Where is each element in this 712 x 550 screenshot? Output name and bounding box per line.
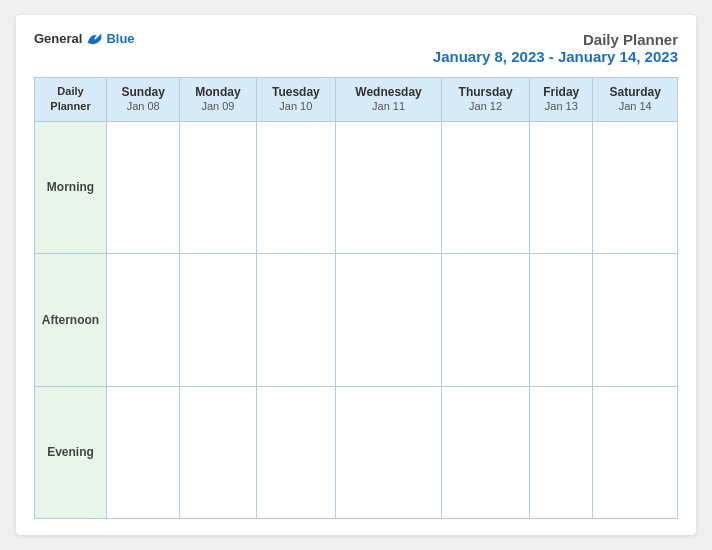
tuesday-header: Tuesday Jan 10: [256, 78, 336, 122]
morning-sunday[interactable]: [107, 121, 180, 253]
planner-title: Daily Planner: [433, 31, 678, 48]
evening-sunday[interactable]: [107, 386, 180, 518]
friday-date: Jan 13: [545, 100, 578, 112]
afternoon-thursday[interactable]: [441, 254, 529, 386]
afternoon-friday[interactable]: [530, 254, 593, 386]
thursday-header: Thursday Jan 12: [441, 78, 529, 122]
daily-label: Daily: [57, 85, 83, 97]
thursday-date: Jan 12: [469, 100, 502, 112]
friday-name: Friday: [534, 85, 588, 99]
monday-header: Monday Jan 09: [180, 78, 256, 122]
evening-thursday[interactable]: [441, 386, 529, 518]
planner-label: Planner: [50, 100, 90, 112]
afternoon-row: Afternoon: [35, 254, 678, 386]
daily-planner-header: Daily Planner: [35, 78, 107, 122]
afternoon-monday[interactable]: [180, 254, 256, 386]
calendar-table: Daily Planner Sunday Jan 08 Monday Jan 0…: [34, 77, 678, 519]
planner-date-range: January 8, 2023 - January 14, 2023: [433, 48, 678, 65]
evening-friday[interactable]: [530, 386, 593, 518]
tuesday-name: Tuesday: [261, 85, 332, 99]
bird-icon: [86, 32, 104, 46]
morning-friday[interactable]: [530, 121, 593, 253]
morning-saturday[interactable]: [593, 121, 678, 253]
evening-monday[interactable]: [180, 386, 256, 518]
evening-row: Evening: [35, 386, 678, 518]
thursday-name: Thursday: [446, 85, 525, 99]
header-row: Daily Planner Sunday Jan 08 Monday Jan 0…: [35, 78, 678, 122]
page: General Blue Daily Planner January 8, 20…: [16, 15, 696, 535]
logo-general: General: [34, 31, 82, 46]
logo-blue: Blue: [106, 31, 134, 46]
afternoon-saturday[interactable]: [593, 254, 678, 386]
morning-monday[interactable]: [180, 121, 256, 253]
afternoon-sunday[interactable]: [107, 254, 180, 386]
wednesday-header: Wednesday Jan 11: [336, 78, 442, 122]
morning-label: Morning: [35, 121, 107, 253]
morning-wednesday[interactable]: [336, 121, 442, 253]
morning-thursday[interactable]: [441, 121, 529, 253]
friday-header: Friday Jan 13: [530, 78, 593, 122]
evening-saturday[interactable]: [593, 386, 678, 518]
sunday-date: Jan 08: [127, 100, 160, 112]
logo-area: General Blue: [34, 31, 135, 46]
sunday-header: Sunday Jan 08: [107, 78, 180, 122]
tuesday-date: Jan 10: [279, 100, 312, 112]
logo-text: General Blue: [34, 31, 135, 46]
afternoon-wednesday[interactable]: [336, 254, 442, 386]
afternoon-label: Afternoon: [35, 254, 107, 386]
monday-name: Monday: [184, 85, 251, 99]
evening-label: Evening: [35, 386, 107, 518]
saturday-name: Saturday: [597, 85, 673, 99]
morning-row: Morning: [35, 121, 678, 253]
evening-wednesday[interactable]: [336, 386, 442, 518]
monday-date: Jan 09: [201, 100, 234, 112]
saturday-header: Saturday Jan 14: [593, 78, 678, 122]
evening-tuesday[interactable]: [256, 386, 336, 518]
wednesday-date: Jan 11: [372, 100, 405, 112]
saturday-date: Jan 14: [619, 100, 652, 112]
morning-tuesday[interactable]: [256, 121, 336, 253]
wednesday-name: Wednesday: [340, 85, 437, 99]
sunday-name: Sunday: [111, 85, 175, 99]
header: General Blue Daily Planner January 8, 20…: [34, 31, 678, 65]
afternoon-tuesday[interactable]: [256, 254, 336, 386]
title-area: Daily Planner January 8, 2023 - January …: [433, 31, 678, 65]
